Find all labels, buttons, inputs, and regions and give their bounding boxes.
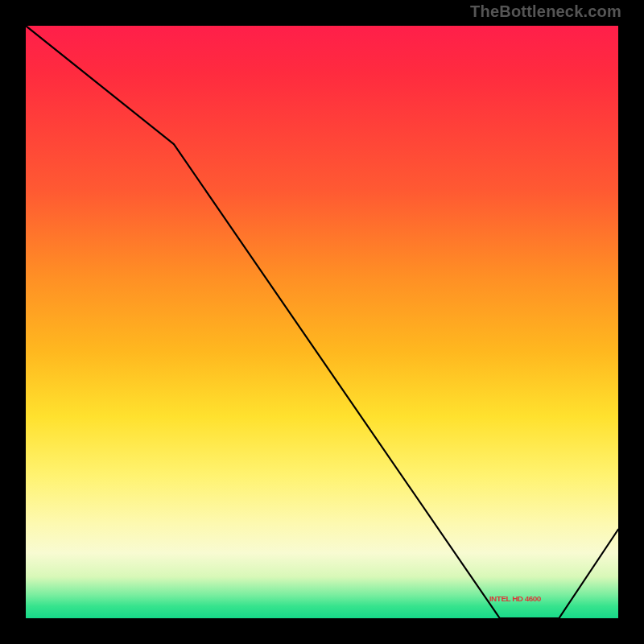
plot-area: INTEL HD 4600 [24, 24, 620, 620]
annotation-label: INTEL HD 4600 [489, 594, 542, 603]
watermark-label: TheBottleneck.com [470, 2, 621, 21]
chart-container: TheBottleneck.com INTEL HD 4600 [0, 0, 644, 644]
chart-overlay: INTEL HD 4600 [26, 26, 618, 618]
bottleneck-curve [26, 26, 618, 618]
